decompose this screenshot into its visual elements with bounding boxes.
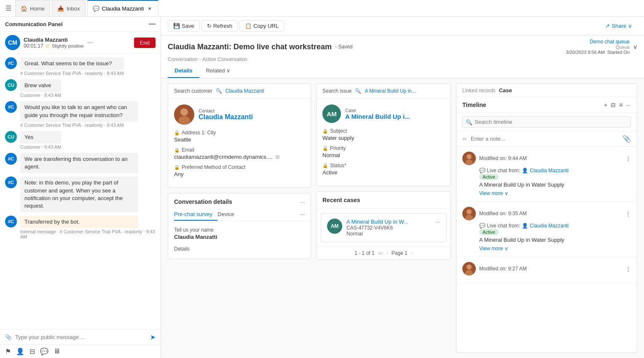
timeline-item-avatar bbox=[462, 152, 476, 165]
case-header: AM Case A Mineral Build Up i... bbox=[322, 104, 445, 123]
tool-icon-1[interactable]: ⚑ bbox=[5, 347, 11, 355]
svg-point-1 bbox=[180, 108, 188, 116]
timeline-filter-button[interactable]: ⊟ bbox=[611, 102, 616, 108]
tabs-row: Details Related ∨ bbox=[168, 64, 637, 78]
person-link[interactable]: Claudia Mazzanti bbox=[530, 223, 569, 229]
tab-details[interactable]: Details bbox=[168, 64, 199, 78]
timeline-list-button[interactable]: ≡ bbox=[619, 102, 623, 108]
conv-tab-more[interactable]: ··· bbox=[300, 208, 305, 221]
timeline-item-more-button[interactable]: ⋮ bbox=[625, 266, 631, 272]
view-more-button[interactable]: View more ∨ bbox=[479, 190, 631, 196]
tab-related[interactable]: Related ∨ bbox=[199, 64, 238, 78]
timeline-item-content: 💬 Live chat from: 👤 Claudia Mazzanti Act… bbox=[479, 223, 631, 251]
live-chat-from: 💬 Live chat from: 👤 Claudia Mazzanti bbox=[479, 168, 631, 174]
sentiment-label: Slightly positive bbox=[52, 43, 84, 48]
case-name[interactable]: A Mineral Build Up i... bbox=[345, 113, 410, 120]
person-link[interactable]: Claudia Mazzanti bbox=[530, 168, 569, 174]
chat-bubble: Note: in this demo, you play the part of… bbox=[20, 176, 138, 212]
prev-page-button[interactable]: ‹ bbox=[386, 250, 388, 256]
name-value: Claudia Manzatti bbox=[174, 234, 305, 240]
agent-info-bar: CM Claudia Mazzanti 00:01:17 ☺ Slightly … bbox=[0, 32, 161, 54]
status-label: 🔒 Status* bbox=[322, 163, 445, 168]
preferred-label: 🔒 Preferred Method of Contact bbox=[174, 164, 305, 170]
contact-info: Contact Claudia Mazzanti bbox=[199, 108, 253, 121]
lock-icon: 🔒 bbox=[174, 130, 180, 136]
linked-records-case[interactable]: Case bbox=[499, 87, 512, 94]
list-item: #CWe are transferring this conversation … bbox=[5, 153, 156, 173]
timeline-message: A Mineral Build Up in Water Supply bbox=[479, 237, 631, 243]
share-button[interactable]: ↗ Share ∨ bbox=[600, 21, 637, 31]
minimize-button[interactable]: — bbox=[149, 20, 156, 28]
end-button[interactable]: End bbox=[134, 37, 156, 48]
lock-icon-s: 🔒 bbox=[322, 128, 328, 134]
email-label: 🔒 Email bbox=[174, 147, 305, 153]
timeline-item: Modified on: 9:44 AM ⋮ 💬 Live chat from:… bbox=[456, 147, 637, 202]
recent-case-info: A Mineral Build Up in W... CAS-47732-V4V… bbox=[346, 219, 431, 237]
attachment-icon[interactable]: 📎 bbox=[5, 334, 12, 340]
recent-case-item: AM A Mineral Build Up in W... CAS-47732-… bbox=[321, 213, 446, 242]
tool-icon-2[interactable]: 👤 bbox=[16, 347, 24, 355]
conv-body: Tell us your name Claudia Manzatti bbox=[168, 221, 311, 246]
timeline-item-more-button[interactable]: ⋮ bbox=[625, 211, 631, 217]
timeline-panel: Linked records Case Timeline + ⊟ ≡ ··· bbox=[456, 83, 637, 353]
close-tab-button[interactable]: ✕ bbox=[146, 5, 153, 12]
timeline-add-button[interactable]: + bbox=[604, 102, 607, 108]
chat-bubble: Yes bbox=[20, 131, 61, 144]
recent-case-name[interactable]: A Mineral Build Up in W... bbox=[346, 219, 431, 225]
email-copy-icon[interactable]: ⊞ bbox=[275, 154, 280, 160]
refresh-button[interactable]: ↻ Refresh bbox=[201, 20, 238, 32]
case-link[interactable]: A Mineral Build Up in... bbox=[365, 88, 416, 94]
tool-icon-5[interactable]: 🖥 bbox=[54, 347, 60, 355]
case-type: Case bbox=[345, 108, 410, 113]
tool-icon-4[interactable]: 💬 bbox=[40, 347, 48, 355]
timeline-more-button[interactable]: ··· bbox=[626, 102, 631, 108]
left-column: Search customer 🔍 Claudia Mazzanti Conta… bbox=[168, 83, 311, 353]
tab-home[interactable]: 🏠 Home bbox=[15, 0, 50, 16]
svg-point-10 bbox=[467, 264, 472, 270]
timeline-item-more-button[interactable]: ⋮ bbox=[625, 155, 631, 162]
conv-tab-device[interactable]: Device bbox=[217, 208, 239, 221]
more-options-button[interactable]: ··· bbox=[87, 39, 93, 46]
note-input[interactable] bbox=[471, 136, 619, 142]
chat-meta: Customer · 9:43 AM bbox=[20, 93, 61, 98]
customer-card: Search customer 🔍 Claudia Mazzanti Conta… bbox=[168, 83, 311, 188]
recent-cases-header: Recent cases bbox=[317, 192, 451, 209]
search-timeline-icon: 🔍 bbox=[466, 119, 472, 125]
next-page-button[interactable]: › bbox=[411, 250, 413, 256]
conv-details-more[interactable]: ··· bbox=[300, 199, 305, 205]
home-icon: 🏠 bbox=[21, 5, 27, 12]
page-label: Page 1 bbox=[392, 250, 408, 256]
breadcrumb-conversation[interactable]: Conversation bbox=[168, 56, 198, 62]
note-attach-button[interactable]: 📎 bbox=[623, 135, 631, 143]
timeline-title: Timeline bbox=[462, 102, 486, 108]
agent-name: Claudia Mazzanti bbox=[24, 37, 84, 43]
save-button[interactable]: 💾 Save bbox=[168, 20, 200, 32]
conv-tab-presurvey[interactable]: Pre-chat survey bbox=[174, 208, 217, 221]
header-chevron[interactable]: ∨ bbox=[633, 43, 637, 50]
details-label: Details bbox=[174, 246, 305, 252]
recent-case-more[interactable]: ··· bbox=[435, 219, 440, 225]
tool-icon-3[interactable]: ⊟ bbox=[30, 347, 35, 355]
date-started: 3/20/2023 9:56 AM Started On bbox=[566, 50, 630, 55]
refresh-icon: ↻ bbox=[207, 23, 212, 29]
menu-icon[interactable]: ☰ bbox=[3, 3, 13, 13]
tab-claudia[interactable]: 💬 Claudia Mazzanti ✕ bbox=[87, 0, 159, 16]
customer-link[interactable]: Claudia Mazzanti bbox=[225, 88, 264, 94]
view-more-button[interactable]: View more ∨ bbox=[479, 246, 631, 251]
search-timeline-input[interactable] bbox=[462, 116, 631, 128]
contact-name[interactable]: Claudia Mazzanti bbox=[199, 113, 253, 121]
first-page-button[interactable]: ⏮ bbox=[378, 250, 383, 256]
queue-label[interactable]: Demo chat queue bbox=[590, 39, 630, 45]
contact-type: Contact bbox=[199, 108, 253, 113]
chat-input[interactable] bbox=[15, 334, 147, 340]
chat-toolbar: ⚑ 👤 ⊟ 💬 🖥 bbox=[0, 345, 161, 358]
page-info-right: Demo chat queue Queue 3/20/2023 9:56 AM … bbox=[566, 39, 630, 55]
timeline-item-avatar bbox=[462, 262, 476, 275]
send-button[interactable]: ➤ bbox=[150, 333, 156, 341]
name-label: Tell us your name bbox=[174, 227, 305, 233]
tab-inbox[interactable]: 📥 Inbox bbox=[52, 0, 86, 16]
copy-url-button[interactable]: 📋 Copy URL bbox=[239, 20, 284, 32]
chat-badge: 💬 Live chat from: bbox=[479, 223, 520, 229]
breadcrumb-active[interactable]: Active Conversation bbox=[202, 56, 247, 62]
page-header: Claudia Mazzanti: Demo live chat workstr… bbox=[161, 35, 644, 78]
